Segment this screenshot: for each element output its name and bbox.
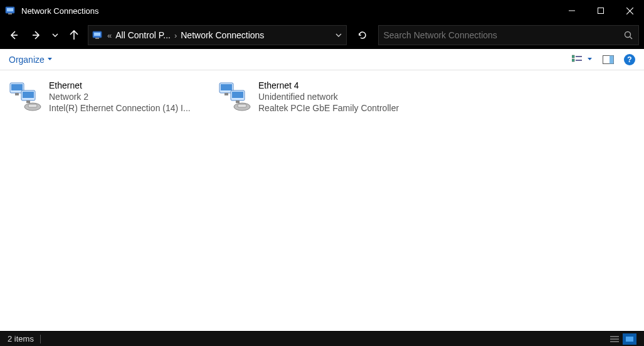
adapter-status: Network 2 xyxy=(49,92,202,102)
search-icon[interactable] xyxy=(623,30,633,40)
refresh-button[interactable] xyxy=(352,26,373,44)
maximize-button[interactable] xyxy=(586,0,615,21)
network-adapter-icon xyxy=(8,80,43,113)
adapter-name: Ethernet xyxy=(49,80,202,90)
svg-rect-33 xyxy=(232,92,243,98)
window-title: Network Connections xyxy=(21,6,99,16)
adapter-status: Unidentified network xyxy=(258,92,411,102)
network-adapter-icon xyxy=(217,80,252,113)
breadcrumb-prefix: « xyxy=(107,31,112,40)
help-button[interactable]: ? xyxy=(624,54,635,65)
preview-pane-button[interactable] xyxy=(603,55,614,64)
svg-rect-16 xyxy=(572,59,574,62)
svg-line-14 xyxy=(630,37,633,40)
svg-rect-30 xyxy=(221,84,232,90)
breadcrumb-item-control-panel[interactable]: All Control P... xyxy=(115,30,171,40)
svg-rect-11 xyxy=(94,33,100,36)
navbar: « All Control P... › Network Connections xyxy=(0,21,644,49)
network-adapter-item[interactable]: Ethernet Network 2 Intel(R) Ethernet Con… xyxy=(5,78,204,116)
chevron-down-icon xyxy=(47,57,53,62)
organize-button[interactable]: Organize xyxy=(9,55,53,65)
svg-rect-4 xyxy=(598,8,604,14)
minimize-button[interactable] xyxy=(557,0,586,21)
control-panel-icon xyxy=(5,5,16,16)
breadcrumb-item-network-connections[interactable]: Network Connections xyxy=(181,30,264,40)
svg-rect-31 xyxy=(224,93,228,95)
location-icon xyxy=(92,30,103,41)
svg-rect-34 xyxy=(236,100,240,103)
forward-button[interactable] xyxy=(28,26,45,44)
address-bar[interactable]: « All Control P... › Network Connections xyxy=(88,25,347,45)
titlebar: Network Connections xyxy=(0,0,644,21)
search-input[interactable] xyxy=(384,30,624,40)
up-button[interactable] xyxy=(65,26,83,44)
svg-rect-12 xyxy=(95,38,99,39)
large-icons-view-button[interactable] xyxy=(623,333,636,345)
svg-rect-23 xyxy=(15,93,19,95)
toolbar: Organize ? xyxy=(0,49,644,70)
network-adapter-item[interactable]: Ethernet 4 Unidentified network Realtek … xyxy=(214,78,414,116)
close-button[interactable] xyxy=(615,0,644,21)
svg-rect-1 xyxy=(7,8,13,11)
organize-label: Organize xyxy=(9,55,45,65)
svg-rect-40 xyxy=(626,337,633,342)
adapter-device: Realtek PCIe GbE Family Controller xyxy=(258,103,411,113)
back-button[interactable] xyxy=(5,26,23,44)
svg-point-13 xyxy=(625,32,631,38)
svg-rect-22 xyxy=(11,84,23,90)
search-box[interactable] xyxy=(378,25,640,45)
chevron-down-icon xyxy=(587,57,593,62)
svg-rect-2 xyxy=(8,13,12,14)
content-area: Ethernet Network 2 Intel(R) Ethernet Con… xyxy=(0,70,644,331)
details-view-button[interactable] xyxy=(608,333,621,345)
svg-rect-15 xyxy=(572,55,574,58)
svg-rect-20 xyxy=(610,55,614,63)
svg-rect-25 xyxy=(23,92,34,98)
chevron-right-icon[interactable]: › xyxy=(174,31,177,40)
view-options-button[interactable] xyxy=(572,55,593,65)
address-dropdown-button[interactable] xyxy=(335,31,342,39)
status-divider xyxy=(40,335,41,343)
adapter-name: Ethernet 4 xyxy=(258,80,411,90)
svg-rect-26 xyxy=(26,100,30,103)
adapter-device: Intel(R) Ethernet Connection (14) I... xyxy=(49,103,202,113)
status-text: 2 items xyxy=(8,334,34,343)
statusbar: 2 items xyxy=(0,331,644,346)
svg-rect-28 xyxy=(28,104,37,107)
recent-locations-button[interactable] xyxy=(50,26,60,44)
svg-rect-36 xyxy=(238,104,246,107)
